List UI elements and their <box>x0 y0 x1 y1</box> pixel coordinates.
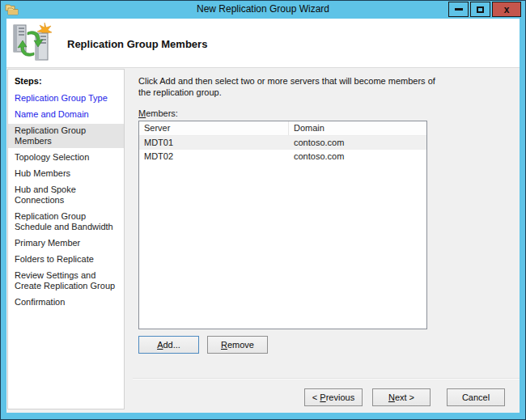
table-row[interactable]: MDT02 contoso.com <box>139 150 426 163</box>
steps-sidebar: Steps: Replication Group Type Name and D… <box>7 69 125 409</box>
sidebar-item-folders-to-replicate: Folders to Replicate <box>8 254 124 265</box>
sidebar-item-primary-member: Primary Member <box>8 238 124 248</box>
add-button[interactable]: Add... <box>138 336 199 354</box>
cell-domain: contoso.com <box>289 136 426 150</box>
wizard-header: Replication Group Members <box>6 19 520 67</box>
cell-server: MDT02 <box>139 150 289 163</box>
sidebar-item-replication-group-members[interactable]: Replication Group Members <box>8 124 124 148</box>
sidebar-item-confirmation: Confirmation <box>8 297 124 308</box>
close-button[interactable]: x <box>492 2 521 17</box>
sidebar-item-replication-group-type[interactable]: Replication Group Type <box>8 93 124 104</box>
maximize-button[interactable] <box>470 2 490 17</box>
minimize-button[interactable] <box>448 2 469 17</box>
page-description: Click Add and then select two or more se… <box>138 75 439 98</box>
next-button[interactable]: Next > <box>372 388 431 406</box>
window-controls: x <box>447 2 521 17</box>
cancel-button[interactable]: Cancel <box>447 388 505 406</box>
steps-heading: Steps: <box>8 70 124 86</box>
sidebar-item-review-settings: Review Settings and Create Replication G… <box>8 270 124 291</box>
previous-button[interactable]: < Previous <box>304 388 363 406</box>
cell-domain: contoso.com <box>289 150 426 163</box>
close-icon: x <box>504 5 510 15</box>
column-header-server[interactable]: Server <box>139 121 289 135</box>
minimize-icon <box>455 8 463 11</box>
sidebar-item-schedule-and-bandwidth: Replication Group Schedule and Bandwidth <box>8 211 124 232</box>
wizard-body: Steps: Replication Group Type Name and D… <box>6 67 520 413</box>
replication-servers-icon <box>11 23 52 63</box>
remove-button[interactable]: Remove <box>207 336 268 354</box>
list-action-buttons: Add... Remove <box>138 336 520 354</box>
column-header-domain[interactable]: Domain <box>289 121 426 135</box>
members-list-header: Server Domain <box>139 121 426 136</box>
wizard-window: New Replication Group Wizard x <box>0 0 526 420</box>
title-bar[interactable]: New Replication Group Wizard x <box>1 1 525 19</box>
sidebar-item-topology-selection: Topology Selection <box>8 152 124 163</box>
table-row[interactable]: MDT01 contoso.com <box>139 136 426 150</box>
page-title: Replication Group Members <box>67 38 207 50</box>
members-label: Members: <box>138 108 520 118</box>
maximize-icon <box>477 6 484 13</box>
wizard-footer: < Previous Next > Cancel <box>133 378 520 413</box>
members-list[interactable]: Server Domain MDT01 contoso.com MDT02 co… <box>138 121 427 329</box>
sidebar-item-hub-members: Hub Members <box>8 168 124 179</box>
main-content: Click Add and then select two or more se… <box>133 68 520 413</box>
navigation-buttons: < Previous Next > Cancel <box>304 388 505 406</box>
sidebar-item-hub-and-spoke-connections: Hub and Spoke Connections <box>8 185 124 206</box>
sidebar-item-name-and-domain[interactable]: Name and Domain <box>8 109 124 120</box>
cell-server: MDT01 <box>139 136 289 150</box>
